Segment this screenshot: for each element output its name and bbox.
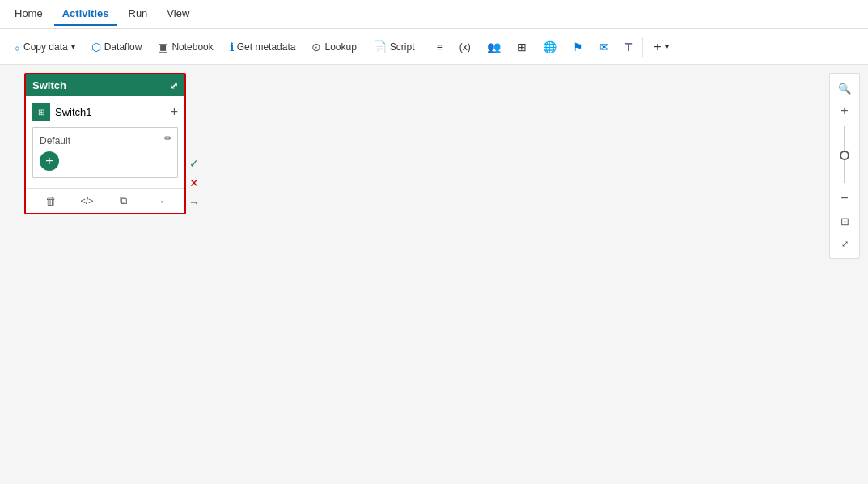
script-button[interactable]: 📄 Script [366,36,422,57]
lookup-icon: ⊙ [311,40,321,53]
nav-home[interactable]: Home [6,2,51,26]
grid-button[interactable]: ⊞ [510,36,534,57]
variable-icon: (x) [459,41,471,53]
switch-add-case-button[interactable]: + [171,104,178,119]
code-view-button[interactable]: </> [78,192,96,210]
zoom-out-button[interactable]: − [833,187,856,210]
confirm-action-button[interactable]: ✓ [186,154,202,173]
action-arrow-button[interactable]: → [186,193,202,212]
filter-icon: ≡ [437,40,443,53]
dataflow-button[interactable]: ⬡ Dataflow [84,36,150,57]
cancel-action-button[interactable]: ✕ [186,173,202,193]
get-metadata-button[interactable]: ℹ Get metadata [222,36,303,57]
add-activity-button[interactable]: + [40,151,59,171]
people-button[interactable]: 👥 [480,36,508,57]
switch-name-row: ⊞ Switch1 + [32,101,178,122]
zoom-slider-thumb [840,151,849,160]
zoom-search-button[interactable]: 🔍 [833,77,856,100]
get-metadata-icon: ℹ [230,40,234,53]
dataflow-icon: ⬡ [91,40,101,53]
zoom-expand-button[interactable]: ⤢ [833,232,856,255]
dataflow-label: Dataflow [104,41,142,53]
notebook-button[interactable]: ▣ Notebook [150,36,220,57]
copy-data-label: Copy data [23,41,68,53]
zoom-slider[interactable] [844,122,845,187]
switch-default-case: Default ✏ + [32,127,178,178]
switch-node-icon: ⊞ [32,103,50,121]
edit-default-button[interactable]: ✏ [164,133,172,144]
switch-expand-button[interactable]: ⤢ [170,80,178,91]
flag-button[interactable]: ⚑ [565,36,591,57]
teams-icon: T [625,40,633,53]
outlook-button[interactable]: ✉ [592,36,616,57]
canvas-area[interactable]: Switch ⤢ ⊞ Switch1 + Default ✏ + 🗑 [0,65,868,301]
switch-node-header: Switch ⤢ [26,74,184,96]
variable-button[interactable]: (x) [452,37,478,57]
switch-node: Switch ⤢ ⊞ Switch1 + Default ✏ + 🗑 [24,73,186,214]
people-icon: 👥 [487,40,501,53]
navigate-button[interactable]: → [151,192,169,210]
toolbar-separator-2 [642,37,643,57]
script-label: Script [390,41,415,53]
switch-node-name: Switch1 [55,106,166,118]
zoom-fit-button[interactable]: ⊡ [833,210,856,232]
node-side-actions: ✓ ✕ → [186,73,202,212]
copy-data-button[interactable]: ⬦ Copy data ▾ [6,36,83,57]
filter-button[interactable]: ≡ [430,36,451,57]
switch-node-body: ⊞ Switch1 + Default ✏ + [26,96,184,188]
lookup-button[interactable]: ⊙ Lookup [304,36,363,57]
zoom-controls: 🔍 + − ⊡ ⤢ [829,73,860,259]
toolbar-separator-1 [426,37,426,57]
get-metadata-label: Get metadata [237,41,296,53]
notebook-label: Notebook [171,41,213,53]
copy-node-button[interactable]: ⧉ [115,192,133,210]
zoom-slider-track [844,126,845,183]
toolbar: ⬦ Copy data ▾ ⬡ Dataflow ▣ Notebook ℹ Ge… [0,29,868,65]
script-icon: 📄 [373,40,387,53]
notebook-icon: ▣ [158,40,168,53]
nav-view[interactable]: View [159,2,197,26]
more-button[interactable]: + ▾ [646,36,675,58]
outlook-icon: ✉ [599,40,609,53]
copy-data-icon: ⬦ [14,40,20,53]
grid-icon: ⊞ [517,40,527,53]
globe-icon: 🌐 [543,40,557,53]
flag-icon: ⚑ [573,40,583,53]
switch-node-footer: 🗑 </> ⧉ → [26,188,184,213]
nav-activities[interactable]: Activities [54,2,117,26]
default-case-label: Default [40,135,70,146]
top-nav: Home Activities Run View [0,0,868,29]
teams-button[interactable]: T [618,36,640,57]
expand-icon: ⤢ [170,80,178,91]
delete-node-button[interactable]: 🗑 [42,192,60,210]
globe-button[interactable]: 🌐 [536,36,564,57]
more-dropdown-icon: ▾ [665,42,669,51]
copy-data-dropdown-icon: ▾ [71,42,75,51]
lookup-label: Lookup [324,41,356,53]
switch-node-title: Switch [32,79,66,91]
nav-run[interactable]: Run [121,2,156,26]
more-plus-icon: + [654,40,661,54]
main-area: Switch ⤢ ⊞ Switch1 + Default ✏ + 🗑 [0,65,868,484]
zoom-in-button[interactable]: + [833,100,856,122]
